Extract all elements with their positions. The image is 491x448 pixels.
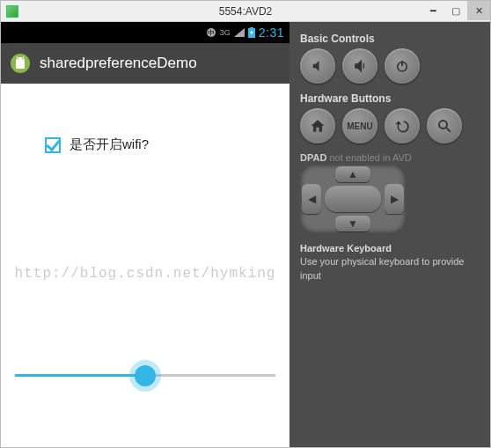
status-clock: 2:31 [259, 26, 284, 40]
app-title: sharedpreferenceDemo [40, 55, 197, 72]
dpad-center-button[interactable] [325, 186, 381, 212]
seekbar-fill [15, 374, 145, 377]
svg-point-6 [18, 58, 19, 60]
seekbar[interactable] [15, 374, 275, 377]
app-actionbar: sharedpreferenceDemo [1, 43, 289, 84]
dpad-down-button[interactable]: ▼ [335, 216, 370, 231]
home-button[interactable] [300, 108, 335, 143]
network-3g-icon: 3G [220, 28, 231, 37]
dpad: ▲ ▼ ◀ ▶ [300, 165, 406, 233]
hardware-keyboard-section: Hardware Keyboard Use your physical keyb… [300, 242, 481, 283]
svg-rect-5 [16, 61, 25, 69]
menu-button-label: MENU [347, 121, 372, 131]
hardware-buttons-row: MENU [300, 108, 481, 143]
android-app-icon [10, 53, 31, 74]
dpad-right-button[interactable]: ▶ [385, 184, 404, 214]
minimize-button[interactable]: ━ [421, 1, 444, 20]
svg-point-7 [22, 58, 24, 60]
basic-controls-section: Basic Controls [300, 33, 481, 84]
android-statusbar: 中 3G 2:31 [1, 22, 289, 43]
svg-rect-3 [250, 27, 253, 29]
maximize-button[interactable]: ▢ [444, 1, 467, 20]
app-window-icon [6, 5, 18, 18]
watermark-text: http://blog.csdn.net/hymking [1, 266, 289, 282]
search-button[interactable] [427, 108, 462, 143]
seekbar-track [15, 374, 275, 377]
dpad-title-text: DPAD [300, 152, 326, 163]
device-frame: 中 3G 2:31 sharedpreferenceDemo [1, 22, 289, 447]
menu-button[interactable]: MENU [342, 108, 377, 143]
volume-up-button[interactable] [342, 48, 377, 84]
svg-point-12 [439, 121, 447, 129]
wifi-checkbox-label: 是否开启wifi? [70, 136, 149, 153]
hardware-keyboard-title: Hardware Keyboard [300, 242, 481, 255]
dpad-up-button[interactable]: ▲ [335, 166, 370, 182]
close-button[interactable]: ✕ [467, 1, 490, 20]
window-title: 5554:AVD2 [219, 5, 273, 18]
signal-icon [234, 28, 245, 37]
seekbar-thumb[interactable] [135, 365, 156, 386]
content-area: 中 3G 2:31 sharedpreferenceDemo [1, 22, 490, 447]
svg-line-13 [446, 128, 451, 132]
hardware-keyboard-note: Use your physical keyboard to provide in… [300, 256, 464, 280]
svg-text:中: 中 [208, 29, 215, 37]
back-button[interactable] [385, 108, 420, 143]
emulator-window: 5554:AVD2 ━ ▢ ✕ 中 3G [0, 0, 491, 448]
power-button[interactable] [385, 48, 420, 84]
titlebar: 5554:AVD2 ━ ▢ ✕ [1, 1, 490, 22]
dpad-label: DPAD not enabled in AVD [300, 152, 481, 163]
dpad-disabled-note: not enabled in AVD [329, 152, 411, 163]
wifi-checkbox-row: 是否开启wifi? [45, 136, 246, 153]
basic-controls-title: Basic Controls [300, 33, 481, 45]
window-controls: ━ ▢ ✕ [421, 1, 490, 20]
hardware-buttons-title: Hardware Buttons [300, 92, 481, 105]
app-content: 是否开启wifi? http://blog.csdn.net/hymking [1, 84, 289, 447]
hardware-buttons-section: Hardware Buttons MENU [300, 92, 481, 143]
dpad-section: DPAD not enabled in AVD ▲ ▼ ◀ ▶ [300, 152, 481, 233]
wifi-checkbox[interactable] [45, 137, 61, 153]
device-screen: 中 3G 2:31 sharedpreferenceDemo [1, 22, 289, 447]
volume-down-button[interactable] [300, 48, 335, 84]
basic-controls-row [300, 48, 481, 84]
dpad-left-button[interactable]: ◀ [302, 184, 321, 214]
emulator-control-panel: Basic Controls Hardware Buttons [289, 22, 490, 447]
ime-icon: 中 [206, 27, 216, 38]
battery-icon [248, 27, 255, 38]
